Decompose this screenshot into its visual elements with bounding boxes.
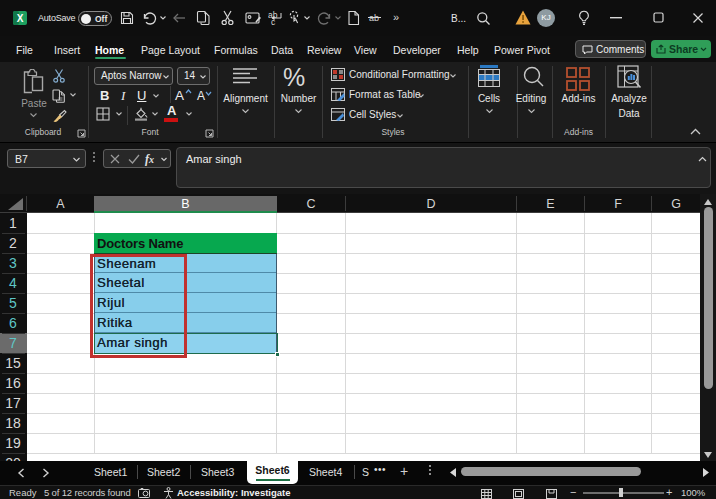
- svg-text:X: X: [17, 13, 24, 24]
